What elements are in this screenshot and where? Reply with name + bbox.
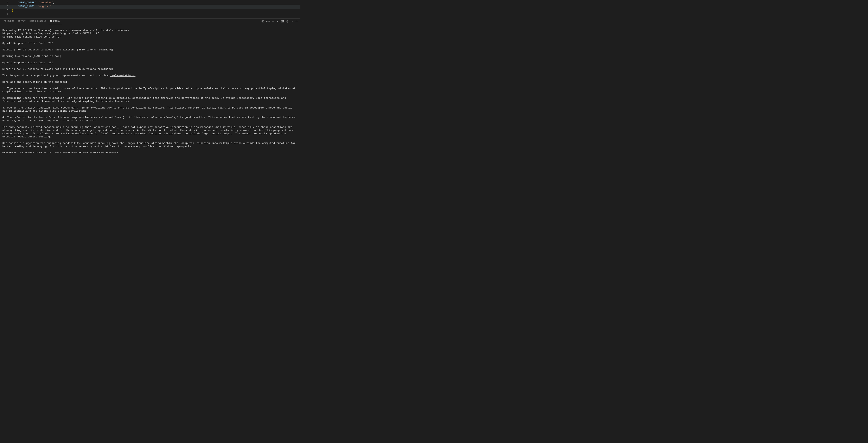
- panel-tabs: PROBLEMS OUTPUT DEBUG CONSOLE TERMINAL z…: [0, 19, 301, 24]
- code-line[interactable]: 4 "REPO_OWNER": "angular",: [0, 1, 301, 5]
- svg-rect-0: [262, 20, 264, 22]
- code-editor[interactable]: 4 "REPO_OWNER": "angular",5 "REPO_NAME":…: [0, 0, 301, 19]
- code-line[interactable]: 7: [0, 12, 301, 17]
- terminal[interactable]: Reviewing PR #51722 — fix(core): ensure …: [0, 24, 301, 153]
- code-line[interactable]: 6}: [0, 9, 301, 12]
- terminal-line: Here are the observations on the changes…: [2, 81, 67, 84]
- code-content[interactable]: "REPO_NAME": "angular": [12, 5, 301, 9]
- svg-point-2: [291, 21, 291, 22]
- terminal-line: Otherwise, no issues with style, best pr…: [2, 152, 120, 154]
- terminal-line: https://api.github.com/repos/angular/ang…: [2, 32, 99, 35]
- terminal-line: Reviewing PR #51722 — fix(core): ensure …: [2, 29, 129, 32]
- tab-output[interactable]: OUTPUT: [17, 19, 27, 24]
- svg-point-3: [291, 21, 292, 22]
- terminal-line: 2. Replacing loops for array truncation …: [2, 97, 287, 103]
- split-terminal-icon[interactable]: [281, 20, 284, 23]
- tab-debug-console[interactable]: DEBUG CONSOLE: [28, 19, 48, 24]
- line-number: 5: [0, 5, 12, 9]
- terminal-line: Sending 5120 tokens [5120 sent so far]: [2, 35, 63, 38]
- tab-problems[interactable]: PROBLEMS: [2, 19, 16, 24]
- terminal-line: Sleeping for 20 seconds to avoid rate li…: [2, 48, 113, 51]
- panel-actions: zsh: [261, 20, 298, 23]
- terminal-shell-icon[interactable]: [261, 20, 265, 23]
- terminal-line: 4. The refactor in the tests from `fixtu…: [2, 116, 297, 122]
- terminal-line: OpenAI Response Status Code: 200: [2, 61, 53, 64]
- shell-name: zsh: [266, 20, 270, 23]
- tab-terminal[interactable]: TERMINAL: [49, 19, 62, 24]
- terminal-line: OpenAI Response Status Code: 200: [2, 42, 53, 45]
- terminal-line: Sleeping for 20 seconds to avoid rate li…: [2, 68, 113, 70]
- terminal-line: Sending 674 tokens [5794 sent so far]: [2, 55, 61, 58]
- line-number: 7: [0, 12, 12, 17]
- terminal-line: The changes shown are primarily good imp…: [2, 74, 135, 77]
- line-number: 6: [0, 9, 12, 12]
- maximize-panel-icon[interactable]: [295, 20, 298, 23]
- code-content[interactable]: "REPO_OWNER": "angular",: [12, 1, 301, 5]
- code-content[interactable]: }: [12, 9, 301, 12]
- terminal-line: The only security-related concern would …: [2, 126, 296, 138]
- terminal-line: 3. Use of the utility function `assertLe…: [2, 106, 294, 113]
- trash-icon[interactable]: [285, 20, 289, 23]
- line-number: 4: [0, 1, 12, 5]
- code-line[interactable]: 5 "REPO_NAME": "angular": [0, 5, 301, 9]
- terminal-line: One possible suggestion for enhancing re…: [2, 142, 297, 148]
- chevron-down-icon[interactable]: [276, 20, 279, 23]
- code-content[interactable]: [12, 12, 301, 17]
- svg-point-4: [292, 21, 293, 22]
- bottom-panel: PROBLEMS OUTPUT DEBUG CONSOLE TERMINAL z…: [0, 19, 301, 153]
- new-terminal-icon[interactable]: [272, 20, 275, 23]
- terminal-line: 1. Type annotations have been added to s…: [2, 87, 297, 93]
- more-icon[interactable]: [290, 20, 293, 23]
